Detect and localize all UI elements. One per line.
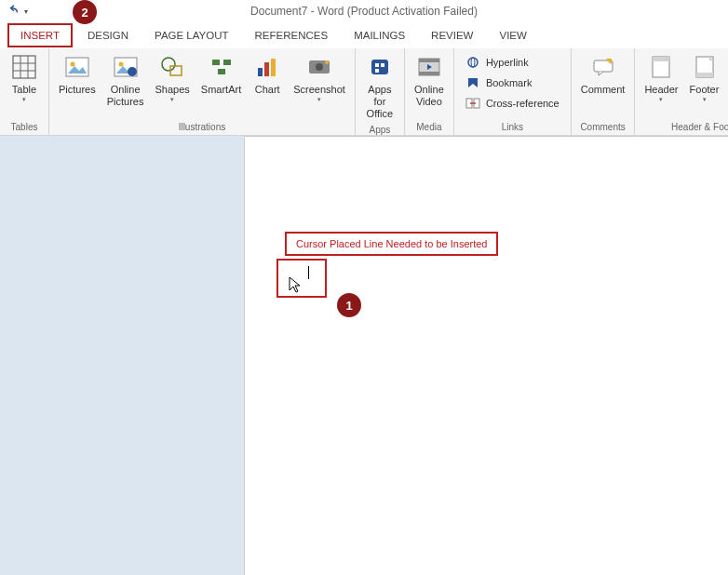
qat-customize-icon[interactable]: ▾ (24, 7, 28, 16)
screenshot-icon (304, 52, 334, 82)
annotation-callout-label: Cursor Placed Line Needed to be Inserted (285, 232, 498, 256)
svg-rect-16 (264, 62, 269, 76)
group-label-illustrations: Illustrations (53, 120, 351, 135)
chevron-down-icon: ▾ (22, 96, 26, 103)
tab-view[interactable]: VIEW (488, 25, 537, 46)
page-number-button[interactable]: # Page Number ▾ (725, 50, 729, 117)
cross-reference-button[interactable]: Cross-reference (462, 93, 563, 114)
table-icon (9, 52, 39, 82)
svg-point-29 (468, 58, 478, 67)
svg-point-30 (471, 58, 475, 67)
apps-icon (365, 52, 395, 82)
cross-reference-icon (465, 96, 480, 111)
tab-mailings[interactable]: MAILINGS (343, 25, 416, 46)
table-button[interactable]: Table ▾ (4, 50, 45, 105)
svg-rect-14 (218, 69, 225, 74)
svg-rect-13 (223, 60, 231, 65)
group-label-media: Media (409, 120, 450, 135)
bookmark-button[interactable]: Bookmark (462, 73, 563, 93)
svg-rect-21 (371, 60, 388, 74)
hyperlink-icon (465, 55, 480, 70)
online-pictures-button[interactable]: Online Pictures (101, 50, 150, 110)
comment-button[interactable]: Comment (575, 50, 631, 98)
ribbon-tabs: INSERT DESIGN PAGE LAYOUT REFERENCES MAI… (0, 22, 728, 48)
text-cursor (308, 266, 309, 279)
step-badge-1: 1 (337, 293, 361, 317)
svg-rect-23 (381, 63, 384, 67)
cursor-arrow-icon (288, 275, 303, 294)
group-label-links: Links (458, 120, 567, 135)
svg-rect-26 (419, 59, 439, 62)
pictures-button[interactable]: Pictures (53, 50, 101, 98)
annotation-cursor-box (276, 259, 327, 298)
bookmark-icon (465, 75, 480, 90)
chevron-down-icon: ▾ (659, 96, 663, 103)
comment-icon (588, 52, 618, 82)
svg-point-6 (70, 62, 74, 67)
pictures-icon (62, 52, 92, 82)
chevron-down-icon: ▾ (170, 96, 174, 103)
shapes-icon (157, 52, 187, 82)
undo-icon[interactable] (7, 3, 20, 20)
svg-rect-12 (212, 60, 220, 65)
video-icon (414, 52, 444, 82)
footer-icon (690, 52, 720, 82)
svg-rect-27 (419, 72, 439, 75)
chart-button[interactable]: Chart (247, 50, 288, 98)
svg-point-10 (162, 58, 175, 71)
online-video-button[interactable]: Online Video (409, 50, 450, 110)
svg-rect-0 (13, 56, 35, 78)
svg-rect-37 (696, 73, 713, 77)
screenshot-button[interactable]: Screenshot ▾ (288, 50, 351, 105)
svg-rect-24 (375, 69, 379, 73)
svg-point-20 (325, 60, 329, 64)
chevron-down-icon: ▾ (317, 96, 321, 103)
online-pictures-icon (111, 52, 141, 82)
tab-review[interactable]: REVIEW (420, 25, 484, 46)
svg-rect-11 (170, 66, 182, 75)
smartart-icon (207, 52, 236, 82)
header-button[interactable]: Header ▾ (639, 50, 683, 105)
window-title: Document7 - Word (Product Activation Fai… (250, 5, 478, 18)
group-label-comments: Comments (575, 120, 631, 135)
hyperlink-button[interactable]: Hyperlink (462, 52, 563, 73)
tab-design[interactable]: DESIGN (76, 25, 140, 46)
footer-button[interactable]: Footer ▾ (684, 50, 725, 105)
tab-references[interactable]: REFERENCES (244, 25, 340, 46)
header-icon (646, 52, 676, 82)
document-area[interactable] (244, 136, 728, 575)
chart-icon (252, 52, 282, 82)
ribbon-content: Table ▾ Tables Pictures Online Pictures … (0, 48, 728, 136)
group-label-header-footer: Header & Footer (639, 120, 728, 135)
step-badge-2: 2 (73, 0, 97, 24)
tab-insert[interactable]: INSERT (7, 23, 73, 47)
svg-point-9 (128, 67, 137, 76)
shapes-button[interactable]: Shapes ▾ (150, 50, 195, 105)
chevron-down-icon: ▾ (703, 96, 707, 103)
svg-rect-17 (271, 59, 276, 76)
svg-rect-15 (258, 68, 263, 76)
tab-page-layout[interactable]: PAGE LAYOUT (143, 25, 239, 46)
navigation-panel (0, 136, 244, 575)
svg-point-8 (118, 62, 123, 67)
group-label-tables: Tables (4, 120, 45, 135)
svg-point-19 (316, 63, 323, 71)
smartart-button[interactable]: SmartArt (195, 50, 247, 98)
apps-for-office-button[interactable]: Apps for Office (359, 50, 400, 123)
svg-rect-22 (375, 63, 379, 67)
